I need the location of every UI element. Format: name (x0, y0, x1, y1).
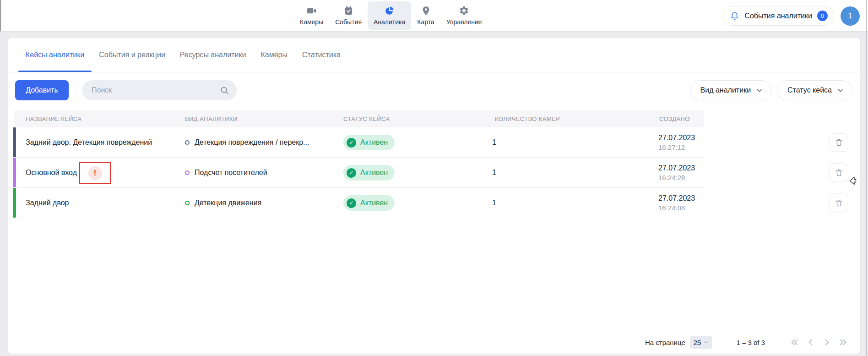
trash-icon (835, 138, 843, 147)
table-row[interactable]: Задний двор Детекция движения ✓ Активен … (8, 188, 860, 218)
created-date: 27.07.2023 (658, 194, 695, 203)
pagination-range: 1 – 3 of 3 (736, 339, 765, 346)
analytics-type-label: Детекция повреждения / перекр... (195, 138, 309, 147)
nav-label: События (335, 18, 362, 26)
nav-item-events[interactable]: События (329, 1, 368, 30)
created-time: 16:27:12 (658, 143, 695, 152)
status-label: Активен (360, 199, 388, 207)
analytics-events-label: События аналитики (744, 12, 812, 20)
case-name: Основной вход (26, 169, 77, 177)
nav-label: Карта (417, 18, 434, 26)
filters: Вид аналитики Статус кейса (690, 80, 852, 100)
chevron-down-icon (837, 87, 844, 94)
next-page-button[interactable] (821, 336, 833, 348)
mouse-cursor (849, 176, 857, 186)
analytics-type-dot-icon (185, 201, 190, 205)
section-tabs: Кейсы аналитики События и реакции Ресурс… (18, 38, 348, 72)
status-badge: ✓ Активен (343, 195, 395, 211)
case-status-filter[interactable]: Статус кейса (777, 80, 852, 100)
camera-count: 1 (492, 199, 496, 207)
tab-analytics-cases[interactable]: Кейсы аналитики (18, 38, 92, 72)
nav-label: Управление (446, 18, 482, 26)
row-accent-bar (13, 127, 16, 157)
gear-icon (459, 5, 469, 16)
search-input[interactable] (92, 86, 220, 94)
analytics-type-dot-icon (185, 140, 190, 145)
row-divider (14, 218, 704, 218)
nav-item-management[interactable]: Управление (440, 1, 488, 30)
first-page-button[interactable] (789, 336, 801, 348)
status-label: Активен (360, 169, 388, 177)
tab-cameras[interactable]: Камеры (253, 38, 295, 72)
created-date: 27.07.2023 (658, 164, 695, 173)
bell-icon (730, 11, 739, 21)
analytics-type-label: Подсчет посетителей (195, 169, 267, 177)
delete-case-button[interactable] (830, 164, 848, 182)
pager (789, 336, 849, 348)
analytics-type-filter[interactable]: Вид аналитики (690, 80, 772, 100)
nav-item-analytics[interactable]: Аналитика (368, 1, 411, 30)
previous-page-button[interactable] (805, 336, 817, 348)
check-circle-icon: ✓ (347, 168, 356, 178)
check-circle-icon: ✓ (347, 138, 356, 148)
chevrons-right-icon (838, 337, 848, 347)
case-status-filter-label: Статус кейса (787, 86, 832, 94)
warning-icon[interactable]: ! (88, 166, 102, 180)
tab-statistics[interactable]: Статистика (295, 38, 348, 72)
column-header-case-status: СТАТУС КЕЙСА (343, 115, 390, 122)
camera-count: 1 (492, 138, 496, 147)
column-header-camera-count: КОЛИЧЕСТВО КАМЕР (495, 115, 560, 122)
topbar: Камеры События Аналитика Карта Управлени… (0, 0, 868, 32)
tab-analytics-resources[interactable]: Ресурсы аналитики (173, 38, 254, 72)
created-time: 16:24:08 (658, 204, 695, 213)
tabs-separator (8, 72, 860, 72)
table-row[interactable]: Основной вход ! Подсчет посетителей ✓ Ак… (8, 158, 860, 188)
search-field (82, 80, 237, 100)
created-date: 27.07.2023 (658, 133, 695, 142)
delete-case-button[interactable] (830, 133, 848, 152)
analytics-type-label: Детекция движения (195, 199, 261, 207)
status-label: Активен (360, 138, 388, 147)
chevron-left-icon (806, 337, 816, 347)
add-case-button[interactable]: Добавить (15, 80, 69, 100)
column-header-analytics-type: ВИД АНАЛИТИКИ (185, 115, 238, 122)
chevron-down-icon (756, 87, 763, 94)
analytics-events-button[interactable]: События аналитики 0 (722, 6, 834, 26)
column-header-case-name: НАЗВАНИЕ КЕЙСА (26, 115, 82, 122)
calendar-check-icon (343, 5, 354, 16)
delete-case-button[interactable] (830, 194, 848, 213)
video-camera-icon (306, 5, 317, 16)
trash-icon (835, 199, 843, 208)
warning-highlight-box: ! (79, 162, 111, 184)
chevron-right-icon (822, 337, 832, 347)
created-cell: 27.07.2023 16:24:08 (658, 194, 695, 213)
table-footer: На странице 25 1 – 3 of 3 (645, 336, 849, 349)
chevrons-left-icon (790, 337, 800, 347)
case-name: Задний двор. Детекция повреждений (26, 138, 152, 147)
column-header-created: СОЗДАНО (659, 115, 690, 122)
per-page-select[interactable]: 25 (690, 336, 713, 349)
status-badge: ✓ Активен (343, 135, 395, 150)
toolbar: Добавить Вид аналитики Статус кейса (15, 80, 852, 100)
created-time: 16:24:28 (658, 174, 695, 182)
table-header: НАЗВАНИЕ КЕЙСА ВИД АНАЛИТИКИ СТАТУС КЕЙС… (14, 110, 704, 127)
row-accent-bar (13, 188, 16, 218)
status-badge: ✓ Активен (343, 165, 395, 181)
analytics-cases-panel: Кейсы аналитики События и реакции Ресурс… (8, 38, 860, 354)
nav-label: Аналитика (374, 18, 405, 26)
tab-events-reactions[interactable]: События и реакции (92, 38, 173, 72)
search-icon[interactable] (220, 86, 229, 95)
window-right-edge (866, 0, 867, 356)
nav-item-map[interactable]: Карта (411, 1, 440, 30)
events-count-badge: 0 (817, 11, 828, 21)
analytics-type-dot-icon (185, 170, 190, 175)
table-row[interactable]: Задний двор. Детекция повреждений Детекц… (8, 127, 860, 158)
last-page-button[interactable] (837, 336, 849, 348)
user-avatar[interactable]: 1 (841, 6, 860, 26)
map-pin-icon (421, 5, 431, 16)
analytics-type-cell: Детекция движения (185, 199, 261, 207)
topbar-right: События аналитики 0 1 (722, 0, 860, 32)
nav-item-cameras[interactable]: Камеры (294, 1, 329, 30)
analytics-type-cell: Детекция повреждения / перекр... (185, 138, 309, 147)
analytics-type-cell: Подсчет посетителей (185, 169, 267, 177)
